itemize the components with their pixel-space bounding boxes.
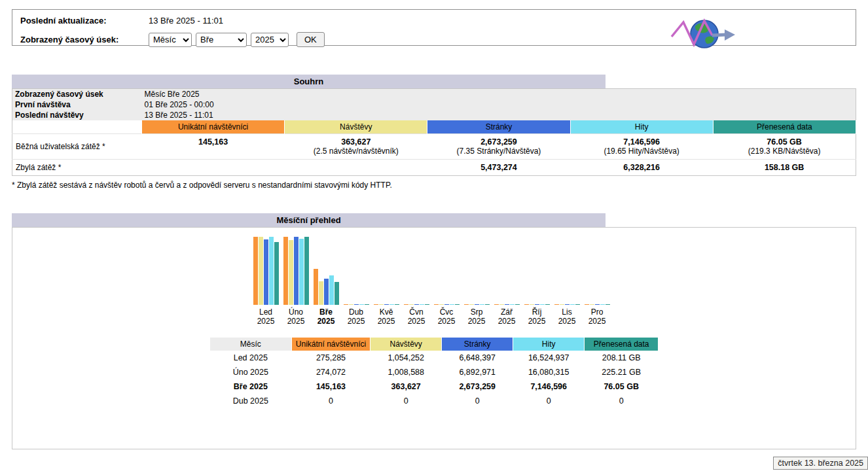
chart-bar-group — [582, 304, 612, 305]
chart-bar-group — [431, 304, 461, 305]
cell: 0 — [371, 394, 442, 408]
col-visits: Návštěvy — [285, 120, 427, 134]
chart-bar-pages — [384, 304, 389, 305]
cell: 363,627(2.5 návštěv/návštěvník) — [285, 134, 427, 160]
cell: 274,072 — [291, 365, 370, 379]
cell-value: 158.18 GB — [714, 163, 854, 172]
table-row: Zbylá zátěž * 5,473,274 6,328,216 158.18… — [12, 160, 856, 176]
chart-month-label: Čvn2025 — [401, 307, 431, 326]
chart-bar-bandwidth — [395, 304, 399, 305]
period-year-select[interactable]: 2025 — [251, 33, 289, 47]
chart-bar-unique — [524, 304, 529, 305]
chart-bars — [251, 236, 617, 305]
chart-bar-unique — [404, 304, 408, 305]
info-value: 01 Bře 2025 - 00:00 — [142, 99, 856, 110]
period-month-select[interactable]: Bře — [196, 33, 247, 47]
col-hits: Hity — [513, 338, 585, 351]
chart-month-label: Led2025 — [251, 307, 281, 326]
cell: 5,473,274 — [427, 160, 570, 176]
chart-bar-group — [552, 304, 582, 305]
period-type-select[interactable]: Měsíc — [149, 33, 192, 47]
table-row: Bře 2025 145,163 363,627 2,673,259 7,146… — [209, 379, 658, 394]
chart-bar-group — [492, 304, 522, 305]
cell — [142, 160, 285, 176]
chart-bar-hits — [570, 304, 575, 305]
info-value: 13 Bře 2025 - 11:01 — [142, 110, 856, 120]
monthly-table: Měsíc Unikátní návštěvníci Návštěvy Strá… — [209, 338, 659, 408]
cell-sub: (2.5 návštěv/návštěvník) — [286, 147, 426, 156]
chart-bar-pages — [565, 304, 570, 305]
cell: 7,146,596(19.65 Hity/Návštěva) — [570, 134, 713, 160]
chart-bar-hits — [269, 237, 274, 305]
chart-month-label: Lis2025 — [552, 307, 582, 326]
chart-bar-unique — [374, 304, 378, 305]
row-label: Zbylá zátěž * — [12, 160, 142, 176]
info-row: Zobrazený časový úsek Měsíc Bře 2025 — [12, 89, 856, 100]
cell-month: Bře 2025 — [209, 379, 291, 394]
cell-month: Úno 2025 — [209, 365, 291, 379]
chart-bar-hits — [329, 275, 334, 305]
chart-bar-hits — [510, 304, 515, 305]
cell: 363,627 — [371, 379, 442, 394]
chart-bar-pages — [414, 304, 419, 305]
cell — [285, 160, 427, 176]
chart-month-label: Kvě2025 — [371, 307, 401, 326]
chart-bar-bandwidth — [365, 304, 369, 305]
cell: 0 — [291, 394, 370, 408]
ok-button[interactable]: OK — [297, 32, 325, 47]
cell: 6,648,397 — [442, 351, 513, 365]
chart-labels: Led2025Úno2025Bře2025Dub2025Kvě2025Čvn20… — [251, 307, 617, 326]
update-panel: Poslední aktualizace: 13 Bře 2025 - 11:0… — [12, 9, 856, 46]
chart-bar-pages — [535, 304, 539, 305]
chart-bar-visits — [499, 304, 504, 305]
chart-month-label: Srp2025 — [461, 307, 492, 326]
chart-bar-bandwidth — [575, 304, 580, 305]
monthly-section-title: Měsíční přehled — [12, 213, 606, 227]
cell-month: Dub 2025 — [209, 394, 291, 408]
chart-bar-pages — [264, 239, 268, 305]
chart-bar-group — [341, 304, 371, 305]
chart-bar-bandwidth — [485, 304, 490, 305]
cell-sub: (7.35 Stránky/Návštěva) — [429, 147, 569, 156]
chart-bar-unique — [464, 304, 469, 305]
cell: 6,892,971 — [442, 365, 513, 379]
chart-bar-bandwidth — [515, 304, 520, 305]
chart-month-label: Úno2025 — [281, 307, 311, 326]
chart-bar-unique — [434, 304, 439, 305]
last-update-label: Poslední aktualizace: — [20, 16, 149, 26]
summary-table: Zobrazený časový úsek Měsíc Bře 2025 Prv… — [12, 88, 856, 176]
cell: 0 — [513, 394, 585, 408]
chart-month-label: Bře2025 — [311, 307, 341, 326]
cell-value: 6,328,216 — [571, 163, 712, 172]
chart-bar-unique — [585, 304, 589, 305]
chart-bar-visits — [259, 237, 263, 305]
chart-bar-bandwidth — [545, 304, 550, 305]
chart-bar-pages — [475, 304, 479, 305]
cell: 145,163 — [142, 134, 285, 160]
chart-bar-bandwidth — [606, 304, 610, 305]
chart-bar-pages — [294, 237, 298, 305]
chart-bar-unique — [314, 269, 318, 305]
cell: 145,163 — [291, 379, 370, 394]
chart-month-label: Dub2025 — [341, 307, 371, 326]
chart-bar-hits — [480, 304, 484, 305]
chart-bar-unique — [283, 237, 288, 305]
chart-bar-visits — [319, 281, 323, 305]
chart-bar-visits — [560, 304, 564, 305]
chart-bar-group — [522, 304, 552, 305]
col-bandwidth: Přenesená data — [585, 338, 659, 351]
cell: 7,146,596 — [513, 379, 585, 394]
cell-value: 2,673,259 — [429, 137, 569, 147]
cell-value: 76.05 GB — [714, 137, 854, 147]
chart-bar-hits — [600, 304, 605, 305]
info-row: První návštěva 01 Bře 2025 - 00:00 — [12, 99, 856, 110]
chart-bar-hits — [299, 239, 304, 305]
info-value: Měsíc Bře 2025 — [142, 89, 856, 100]
chart-bar-group — [311, 269, 341, 305]
chart-bar-pages — [595, 304, 600, 305]
cell-month: Led 2025 — [209, 351, 291, 365]
chart-bar-bandwidth — [455, 304, 460, 305]
chart-bar-group — [401, 304, 431, 305]
cell-sub: (19.65 Hity/Návštěva) — [571, 147, 712, 156]
chart-bar-visits — [379, 304, 384, 305]
